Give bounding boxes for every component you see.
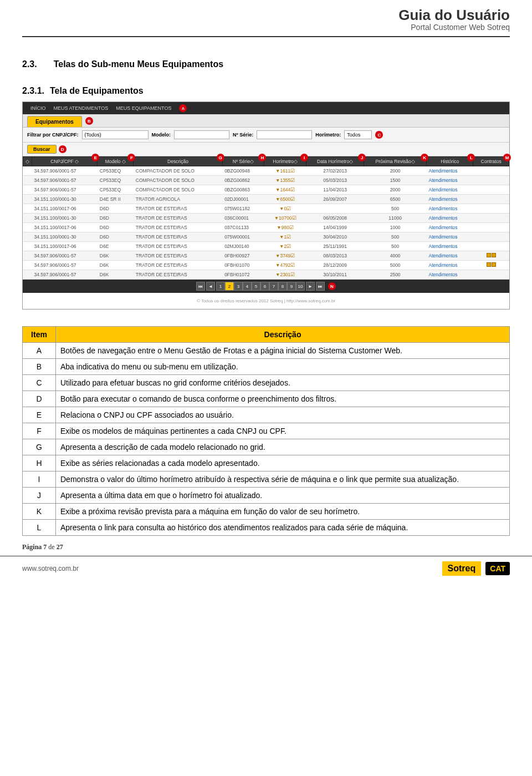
atendimentos-link[interactable]: Atendimentos (427, 251, 473, 261)
filter-cnpj-label: Filtrar por CNPJ/CPF: (27, 132, 79, 138)
table-row: 34.597.906/0001-57 CP533EQ COMPACTADOR D… (23, 166, 509, 176)
pager: ⏮ ◄ 12345678910 ► ⏭ N (23, 280, 509, 293)
filter-horim-label: Horímetro: (315, 132, 341, 138)
badge-m: M (503, 154, 511, 161)
atendimentos-link[interactable]: Atendimentos (427, 232, 473, 242)
ss-footer: © Todos os direitos reservados 2012 Sotr… (23, 293, 509, 309)
pager-page[interactable]: 3 (234, 282, 243, 291)
desc-row: ERelaciona o CNPJ ou CPF associados ao u… (23, 407, 510, 423)
table-row: 34.597.906/0001-57 D6K TRATOR DE ESTEIRA… (23, 261, 509, 270)
pager-page[interactable]: 7 (269, 282, 278, 291)
pager-page[interactable]: 8 (278, 282, 287, 291)
col-hist[interactable]: LHistórico (427, 157, 473, 166)
desc-row: ABotões de navegação entre o Menu Gestão… (23, 343, 510, 359)
atendimentos-link[interactable]: Atendimentos (427, 204, 473, 214)
pager-page[interactable]: 6 (260, 282, 269, 291)
section-title: Telas do Sub-menu Meus Equipamentos (54, 59, 223, 69)
atendimentos-link[interactable]: Atendimentos (427, 261, 473, 270)
nav-inicio[interactable]: INÍCIO (30, 105, 46, 111)
badge-c: C (375, 131, 383, 139)
desc-row: FExibe os modelos de máquinas pertinente… (23, 423, 510, 439)
subsection-title: Tela de Equipamentos (50, 86, 144, 96)
desc-row: HExibe as séries relacionadas a cada mod… (23, 455, 510, 471)
filter-cnpj-field[interactable]: (Todos) (82, 130, 149, 139)
badge-n: N (328, 282, 336, 290)
atendimentos-link[interactable]: Atendimentos (427, 223, 473, 232)
pager-prev[interactable]: ◄ (206, 282, 215, 291)
nav-equip[interactable]: MEUS EQUIPAMENTOS (116, 105, 171, 111)
tab-equipamentos[interactable]: Equipamentos (27, 116, 82, 127)
subsection-row: 2.3.1. Tela de Equipamentos (22, 75, 510, 96)
pager-page[interactable]: 4 (243, 282, 252, 291)
atendimentos-link[interactable]: Atendimentos (427, 214, 473, 223)
desc-row: GApresenta a descrição de cada modelo re… (23, 439, 510, 455)
desc-row: BAba indicativa do menu ou sub-menu em u… (23, 359, 510, 375)
filter-modelo-label: Modelo: (152, 132, 171, 138)
filter-serie-label: Nº Série: (233, 132, 253, 138)
header-title: Guia do Usuário (398, 7, 510, 24)
contract-icon[interactable] (487, 253, 491, 257)
doc-header: Guia do Usuário Portal Customer Web Sotr… (0, 0, 532, 34)
table-row: 34.151.100/0017-06 D6D TRATOR DE ESTEIRA… (23, 204, 509, 214)
pager-first[interactable]: ⏮ (196, 282, 205, 291)
atendimentos-link[interactable]: Atendimentos (427, 166, 473, 176)
nav-atend[interactable]: MEUS ATENDIMENTOS (54, 105, 109, 111)
filter-serie-field[interactable] (257, 130, 312, 139)
desc-table: Item Descrição ABotões de navegação entr… (22, 326, 510, 536)
desc-header-desc: Descrição (56, 327, 510, 343)
desc-row: IDemonstra o valor do último horímetro a… (23, 471, 510, 488)
badge-d: D (59, 145, 66, 153)
desc-row: LApresenta o link para consulta ao histó… (23, 520, 510, 536)
col-horim[interactable]: IHorímetro◇ (264, 157, 306, 166)
badge-a: A (179, 104, 187, 112)
pager-page[interactable]: 1 (216, 282, 225, 291)
col-modelo[interactable]: FModelo ◇ (98, 157, 134, 166)
col-data[interactable]: JData Horímetro◇ (306, 157, 364, 166)
table-row: 34.597.906/0001-57 D6K TRATOR DE ESTEIRA… (23, 251, 509, 261)
desc-header-item: Item (23, 327, 56, 343)
col-desc[interactable]: GDescrição (134, 157, 222, 166)
table-row: 34.151.100/0001-30 D6D TRATOR DE ESTEIRA… (23, 232, 509, 242)
badge-g: G (217, 154, 224, 161)
contract-icon[interactable] (492, 262, 496, 267)
table-row: 34.151.100/0017-06 D6E TRATOR DE ESTEIRA… (23, 242, 509, 251)
desc-row: CUtilizado para efetuar buscas no grid c… (23, 375, 510, 391)
tab-row: Equipamentos B (23, 114, 509, 128)
atendimentos-link[interactable]: Atendimentos (427, 270, 473, 280)
header-rule (22, 36, 510, 37)
desc-row: JApresenta a última data em que o horíme… (23, 488, 510, 504)
equip-grid: ◇ ECNPJ/CPF ◇ FModelo ◇ GDescrição HNº S… (23, 156, 509, 280)
atendimentos-link[interactable]: Atendimentos (427, 185, 473, 195)
subsection-number: 2.3.1. (22, 86, 44, 96)
table-row: 34.151.100/0017-06 D6D TRATOR DE ESTEIRA… (23, 223, 509, 232)
screenshot: INÍCIO MEUS ATENDIMENTOS MEUS EQUIPAMENT… (22, 102, 510, 310)
contract-icon[interactable] (492, 253, 496, 257)
buscar-button[interactable]: Buscar (27, 145, 57, 154)
badge-b: B (85, 117, 93, 125)
atendimentos-link[interactable]: Atendimentos (427, 195, 473, 204)
pager-page[interactable]: 5 (252, 282, 260, 291)
pager-next[interactable]: ► (306, 282, 315, 291)
pager-last[interactable]: ⏭ (316, 282, 325, 291)
col-revisao[interactable]: KPróxima Revisão◇ (364, 157, 427, 166)
atendimentos-link[interactable]: Atendimentos (427, 242, 473, 251)
filter-horim-field[interactable]: Todos (344, 130, 372, 139)
atendimentos-link[interactable]: Atendimentos (427, 176, 473, 185)
col-cnpj[interactable]: ECNPJ/CPF ◇ (32, 157, 98, 166)
table-row: 34.151.100/0001-30 D4E SR II TRATOR AGRI… (23, 195, 509, 204)
col-contr[interactable]: MContratos (473, 157, 509, 166)
filter-modelo-field[interactable] (174, 130, 229, 139)
logo-sotreq: Sotreq (442, 561, 482, 576)
contract-icon[interactable] (487, 262, 491, 267)
table-row: 34.151.100/0001-30 D6D TRATOR DE ESTEIRA… (23, 214, 509, 223)
badge-i: I (300, 154, 308, 161)
table-row: 34.597.906/0001-57 CP533EQ COMPACTADOR D… (23, 185, 509, 195)
page-number: Página 7 de 27 (22, 543, 63, 551)
table-row: 34.597.906/0001-57 D6K TRATOR DE ESTEIRA… (23, 270, 509, 280)
col-sort[interactable]: ◇ (23, 157, 32, 166)
pager-page[interactable]: 9 (287, 282, 296, 291)
col-serie[interactable]: HNº Série◇ (222, 157, 264, 166)
pager-page[interactable]: 2 (225, 282, 234, 291)
pager-page[interactable]: 10 (296, 282, 305, 291)
desc-row: KExibe a próxima revisão prevista para a… (23, 504, 510, 520)
